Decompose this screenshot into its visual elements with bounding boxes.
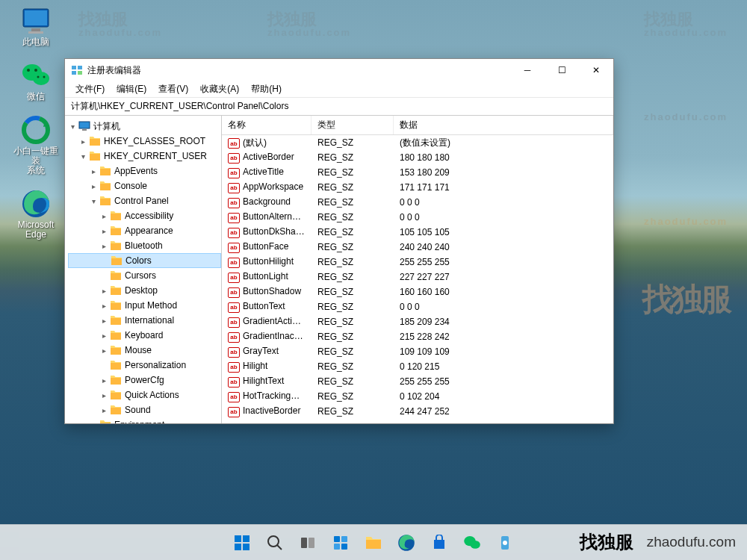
tree-item[interactable]: ▸Environment bbox=[68, 417, 221, 423]
svg-rect-46 bbox=[301, 538, 307, 548]
tree-item[interactable]: ▸PowerCfg bbox=[68, 373, 221, 388]
svg-rect-39 bbox=[100, 423, 111, 423]
desktop-icon-label: 微信 bbox=[27, 92, 45, 102]
svg-rect-37 bbox=[111, 393, 121, 399]
store-button[interactable] bbox=[424, 528, 454, 558]
desktop-icon-pc[interactable]: 此电脑 bbox=[6, 6, 66, 47]
menu-file[interactable]: 文件(F) bbox=[69, 83, 111, 96]
registry-value-row[interactable]: abButtonDkShad... REG_SZ 105 105 105 bbox=[222, 225, 613, 240]
registry-value-row[interactable]: abButtonLight REG_SZ 227 227 227 bbox=[222, 270, 613, 284]
desktop-icon-wechat[interactable]: 微信 bbox=[6, 60, 66, 102]
tree-item[interactable]: Cursors bbox=[68, 268, 221, 283]
desktop-icon-reinstall[interactable]: 小白一键重装 系统 bbox=[6, 115, 66, 175]
search-button[interactable] bbox=[260, 528, 290, 558]
registry-value-row[interactable]: abActiveTitle REG_SZ 153 180 209 bbox=[222, 165, 613, 180]
tree-item[interactable]: Personalization bbox=[68, 358, 221, 373]
pc-icon bbox=[21, 6, 51, 36]
registry-value-row[interactable]: abHotTrackingCo... REG_SZ 0 102 204 bbox=[222, 389, 613, 404]
tree-item[interactable]: ▸AppEvents bbox=[68, 164, 221, 178]
registry-value-row[interactable]: abAppWorkspace REG_SZ 171 171 171 bbox=[222, 180, 613, 195]
registry-value-row[interactable]: abButtonHilight REG_SZ 255 255 255 bbox=[222, 255, 613, 270]
string-icon: ab bbox=[228, 168, 240, 178]
tree-item[interactable]: ▸Mouse bbox=[68, 343, 221, 358]
registry-value-row[interactable]: abInactiveBorder REG_SZ 244 247 252 bbox=[222, 404, 613, 419]
maximize-button[interactable]: ☐ bbox=[545, 59, 579, 81]
watermark-sub: zhaodufu.com bbox=[644, 217, 728, 226]
string-icon: ab bbox=[228, 302, 240, 313]
tree-hkcr[interactable]: ▸HKEY_CLASSES_ROOT bbox=[68, 134, 221, 149]
registry-value-row[interactable]: abGradientInactiv... REG_SZ 215 228 242 bbox=[222, 329, 613, 344]
tree-item[interactable]: Colors bbox=[68, 253, 221, 268]
column-data[interactable]: 数据 bbox=[394, 116, 613, 134]
registry-value-row[interactable]: abHilight REG_SZ 0 120 215 bbox=[222, 359, 613, 374]
edge-icon bbox=[21, 189, 51, 219]
string-icon: ab bbox=[228, 138, 240, 149]
desktop-icon-edge[interactable]: Microsoft Edge bbox=[6, 189, 66, 240]
string-icon: ab bbox=[228, 243, 240, 253]
column-name[interactable]: 名称 bbox=[222, 116, 311, 134]
registry-value-row[interactable]: abHilightText REG_SZ 255 255 255 bbox=[222, 374, 613, 389]
taskview-button[interactable] bbox=[293, 528, 323, 558]
svg-rect-23 bbox=[100, 184, 111, 190]
svg-rect-14 bbox=[72, 66, 76, 69]
address-bar[interactable]: 计算机\HKEY_CURRENT_USER\Control Panel\Colo… bbox=[65, 98, 613, 116]
branding: 找独服 zhaodufu.com bbox=[580, 530, 736, 554]
tree-item[interactable]: ▸Bluetooth bbox=[68, 238, 221, 253]
tree-item[interactable]: ▾Control Panel bbox=[68, 193, 221, 208]
svg-rect-40 bbox=[235, 535, 241, 542]
close-button[interactable]: ✕ bbox=[579, 59, 613, 81]
registry-value-row[interactable]: abGrayText REG_SZ 109 109 109 bbox=[222, 344, 613, 359]
regedit-window: 注册表编辑器 ─ ☐ ✕ 文件(F) 编辑(E) 查看(V) 收藏夹(A) 帮助… bbox=[64, 58, 614, 424]
start-button[interactable] bbox=[227, 528, 257, 558]
explorer-button[interactable] bbox=[359, 528, 388, 558]
registry-value-row[interactable]: abBackground REG_SZ 0 0 0 bbox=[222, 195, 613, 210]
tree-item[interactable]: ▸Appearance bbox=[68, 223, 221, 238]
svg-rect-16 bbox=[72, 71, 76, 75]
widgets-button[interactable] bbox=[326, 528, 356, 558]
registry-value-row[interactable]: abButtonShadow REG_SZ 160 160 160 bbox=[222, 284, 613, 299]
registry-value-row[interactable]: abButtonText REG_SZ 0 0 0 bbox=[222, 299, 613, 314]
registry-value-row[interactable]: abButtonAlternat... REG_SZ 0 0 0 bbox=[222, 210, 613, 225]
branding-url: zhaodufu.com bbox=[647, 534, 736, 550]
reinstall-icon bbox=[21, 115, 51, 145]
svg-rect-36 bbox=[111, 378, 121, 385]
tree-root[interactable]: ▾计算机 bbox=[68, 119, 221, 134]
minimize-button[interactable]: ─ bbox=[510, 59, 545, 81]
registry-values-list[interactable]: 名称 类型 数据 ab(默认) REG_SZ (数值未设置) abActiveB… bbox=[222, 116, 613, 423]
watermark-text: 找独服 bbox=[267, 10, 317, 28]
svg-line-45 bbox=[277, 545, 282, 550]
registry-value-row[interactable]: ab(默认) REG_SZ (数值未设置) bbox=[222, 135, 613, 150]
app-button[interactable] bbox=[490, 528, 520, 558]
tree-item[interactable]: ▸Desktop bbox=[68, 283, 221, 298]
column-type[interactable]: 类型 bbox=[311, 116, 394, 134]
regedit-icon bbox=[71, 64, 83, 76]
registry-tree[interactable]: ▾计算机▸HKEY_CLASSES_ROOT▾HKEY_CURRENT_USER… bbox=[65, 116, 222, 423]
registry-value-row[interactable]: abGradientActive... REG_SZ 185 209 234 bbox=[222, 314, 613, 329]
string-icon: ab bbox=[228, 362, 240, 373]
wechat-taskbar-button[interactable] bbox=[457, 528, 487, 558]
tree-item[interactable]: ▸Input Method bbox=[68, 298, 221, 313]
tree-item[interactable]: ▸Sound bbox=[68, 402, 221, 417]
tree-hkcu[interactable]: ▾HKEY_CURRENT_USER bbox=[68, 149, 221, 164]
menu-view[interactable]: 查看(V) bbox=[152, 83, 194, 96]
titlebar[interactable]: 注册表编辑器 ─ ☐ ✕ bbox=[65, 59, 613, 81]
tree-item[interactable]: ▸Console bbox=[68, 178, 221, 193]
tree-item[interactable]: ▸Accessibility bbox=[68, 208, 221, 223]
svg-rect-22 bbox=[100, 169, 111, 175]
registry-value-row[interactable]: abButtonFace REG_SZ 240 240 240 bbox=[222, 240, 613, 255]
tree-item[interactable]: ▸Keyboard bbox=[68, 328, 221, 343]
branding-cn: 找独服 bbox=[580, 530, 633, 554]
menu-favorites[interactable]: 收藏夹(A) bbox=[194, 83, 245, 96]
svg-point-6 bbox=[27, 69, 30, 72]
tree-item[interactable]: ▸Quick Actions bbox=[68, 388, 221, 402]
tree-item[interactable]: ▸International bbox=[68, 313, 221, 328]
svg-rect-25 bbox=[111, 214, 121, 220]
svg-rect-33 bbox=[111, 333, 121, 340]
menu-edit[interactable]: 编辑(E) bbox=[111, 83, 152, 96]
svg-rect-35 bbox=[111, 363, 121, 370]
svg-rect-41 bbox=[243, 535, 249, 542]
menu-help[interactable]: 帮助(H) bbox=[245, 83, 288, 96]
edge-taskbar-button[interactable] bbox=[391, 528, 421, 558]
registry-value-row[interactable]: abActiveBorder REG_SZ 180 180 180 bbox=[222, 150, 613, 165]
svg-point-7 bbox=[34, 69, 37, 72]
